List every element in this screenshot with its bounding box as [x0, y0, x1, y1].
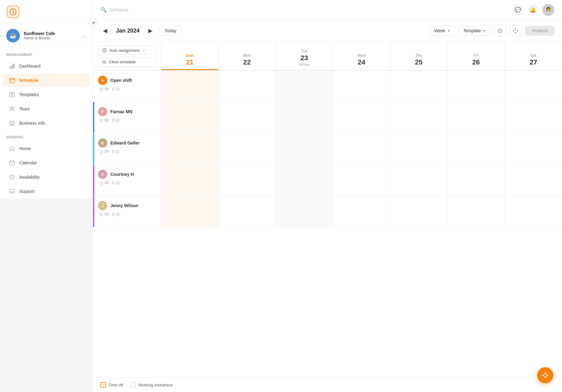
week-dropdown[interactable]: Week ▼	[430, 26, 455, 36]
jenny-sat-cell[interactable]	[505, 196, 562, 227]
today-button[interactable]: Today	[159, 26, 182, 36]
jenny-wed-cell[interactable]	[333, 196, 390, 227]
jenny-mon-cell[interactable]	[219, 196, 276, 227]
pin-button[interactable]	[494, 25, 506, 37]
farnaz-color-bar	[93, 102, 94, 133]
svg-rect-13	[12, 124, 13, 125]
template-dropdown[interactable]: Template ▼	[459, 26, 491, 36]
sidebar-item-home[interactable]: Home	[2, 142, 90, 155]
sidebar-item-team-label: Team	[19, 106, 30, 111]
farnaz-avatar: F	[98, 107, 107, 116]
publish-button[interactable]: Publish	[525, 26, 555, 36]
jenny-hours: 0h	[99, 212, 109, 216]
edward-count: 0	[112, 149, 120, 154]
time-off-legend: Time off	[100, 382, 123, 388]
open-shift-thu-cell[interactable]	[390, 71, 448, 102]
farnaz-sat-cell[interactable]	[505, 102, 562, 133]
courtney-wed-cell[interactable]	[333, 165, 390, 196]
sidebar-collapse-button[interactable]: ◀	[89, 19, 97, 26]
employee-row-jenny: J Jenny Wilson 0h 0	[93, 196, 562, 227]
workspace-selector[interactable]: ☕ Sunflower Cafe Admin & Barista ⌄	[0, 24, 93, 48]
working-elsewhere-checkbox[interactable]	[130, 382, 136, 388]
farnaz-sun-cell[interactable]	[161, 102, 219, 133]
jenny-avatar: J	[98, 201, 107, 210]
courtney-tue-cell[interactable]	[276, 165, 333, 196]
jenny-fri-cell[interactable]	[448, 196, 505, 227]
open-shift-name: Open shift	[110, 78, 132, 83]
farnaz-thu-cell[interactable]	[390, 102, 448, 133]
open-shift-wed-cell[interactable]	[333, 71, 390, 102]
app-logo	[6, 5, 20, 19]
fab-button[interactable]	[537, 367, 553, 383]
courtney-sun-cell[interactable]	[161, 165, 219, 196]
farnaz-hours: 0h	[99, 118, 109, 122]
day-number-tue: 23	[301, 54, 308, 62]
farnaz-mon-cell[interactable]	[219, 102, 276, 133]
edward-sat-cell[interactable]	[505, 133, 562, 164]
edward-wed-cell[interactable]	[333, 133, 390, 164]
home-icon	[9, 145, 16, 152]
svg-rect-20	[515, 32, 516, 33]
jenny-sun-cell[interactable]	[161, 196, 219, 227]
courtney-sat-cell[interactable]	[505, 165, 562, 196]
sidebar-item-calendar[interactable]: 8 Calendar	[2, 156, 90, 169]
open-shift-tue-cell[interactable]	[276, 71, 333, 102]
open-shift-mon-cell[interactable]	[219, 71, 276, 102]
sidebar-item-support[interactable]: 24 Support	[2, 185, 90, 198]
courtney-avatar: C	[98, 170, 107, 179]
svg-rect-22	[517, 30, 518, 31]
edward-thu-cell[interactable]	[390, 133, 448, 164]
employee-row-courtney: C Courtney H 0h 0	[93, 165, 562, 196]
working-elsewhere-label: Working elsewhere	[138, 383, 172, 387]
prev-week-button[interactable]: ◀	[100, 26, 110, 35]
open-shift-count: 0	[112, 87, 120, 91]
farnaz-wed-cell[interactable]	[333, 102, 390, 133]
search-text[interactable]: Schedule	[109, 7, 129, 12]
farnaz-fri-cell[interactable]	[448, 102, 505, 133]
courtney-fri-cell[interactable]	[448, 165, 505, 196]
sidebar-item-schedule[interactable]: Schedule	[2, 74, 90, 87]
sidebar-item-dashboard[interactable]: Dashboard	[2, 60, 90, 73]
notification-button[interactable]: 🔔	[527, 4, 538, 16]
open-shift-hours: 0h	[99, 87, 109, 91]
jenny-color-bar	[93, 196, 94, 227]
courtney-thu-cell[interactable]	[390, 165, 448, 196]
farnaz-tue-cell[interactable]	[276, 102, 333, 133]
time-off-checkbox[interactable]	[100, 382, 106, 388]
svg-rect-6	[10, 78, 15, 83]
day-number-mon: 22	[243, 58, 251, 66]
open-shift-sun-cell[interactable]	[161, 71, 219, 102]
open-shift-sat-cell[interactable]	[505, 71, 562, 102]
date-display: Jan 2024	[116, 28, 140, 34]
clear-schedule-button[interactable]: Clear schedule	[98, 57, 156, 66]
calendar-footer: Time off Working elsewhere	[93, 377, 562, 392]
sidebar-item-business-info[interactable]: Business info	[2, 117, 90, 130]
sidebar-item-business-info-label: Business info	[19, 121, 45, 126]
user-avatar[interactable]: 👩‍💼	[542, 4, 555, 16]
edward-mon-cell[interactable]	[219, 133, 276, 164]
sidebar-item-team[interactable]: Team	[2, 102, 90, 115]
sidebar-item-templates[interactable]: Templates	[2, 88, 90, 101]
building-icon	[9, 120, 16, 127]
svg-rect-7	[11, 81, 11, 82]
edward-sun-cell[interactable]	[161, 133, 219, 164]
chat-button[interactable]: 💬	[512, 4, 524, 16]
courtney-mon-cell[interactable]	[219, 165, 276, 196]
jenny-name: Jenny Wilson	[110, 203, 138, 208]
edward-stats: 0h 0	[98, 149, 156, 154]
next-week-button[interactable]: ▶	[146, 26, 155, 35]
jenny-thu-cell[interactable]	[390, 196, 448, 227]
open-shift-stats: 0h 0	[98, 87, 156, 91]
day-header-sun: Sun 21	[161, 42, 219, 70]
edward-tue-cell[interactable]	[276, 133, 333, 164]
sidebar-item-support-label: Support	[19, 189, 34, 194]
general-section-label: GENERAL	[0, 130, 93, 141]
sidebar-item-availability[interactable]: Availability	[2, 171, 90, 184]
open-shift-header: ☀ Open shift	[98, 76, 156, 85]
jenny-tue-cell[interactable]	[276, 196, 333, 227]
workspace-chevron-icon: ⌄	[83, 33, 87, 38]
open-shift-fri-cell[interactable]	[448, 71, 505, 102]
auto-assignment-button[interactable]: Auto assignment	[98, 46, 156, 55]
settings-button[interactable]	[510, 25, 521, 37]
edward-fri-cell[interactable]	[448, 133, 505, 164]
